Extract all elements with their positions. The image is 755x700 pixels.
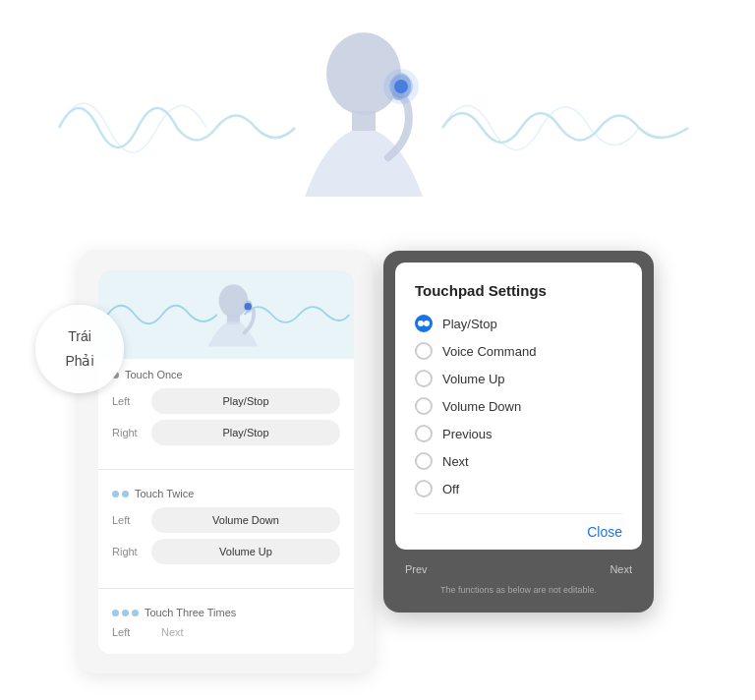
right-label: Phải xyxy=(65,349,93,374)
radio-play-stop[interactable] xyxy=(415,315,433,332)
touch-once-right-btn[interactable]: Play/Stop xyxy=(151,420,340,445)
option-next[interactable]: Next xyxy=(415,452,622,470)
close-button[interactable]: Close xyxy=(587,524,622,540)
option-voice-command[interactable]: Voice Command xyxy=(415,342,622,360)
left-right-circle: Trái Phải xyxy=(35,305,124,393)
touch-twice-left-btn[interactable]: Volume Down xyxy=(151,507,340,533)
touch-twice-left-row: Left Volume Down xyxy=(112,507,340,533)
radio-next[interactable] xyxy=(415,452,433,470)
touch-once-left-btn[interactable]: Play/Stop xyxy=(151,388,340,414)
touch-twice-section: Touch Twice Left Volume Down Right Volum… xyxy=(98,478,354,580)
touch-once-right-row: Right Play/Stop xyxy=(112,420,340,445)
option-play-stop[interactable]: Play/Stop xyxy=(415,315,622,332)
panel-note: The functions as below are not editable. xyxy=(395,581,642,601)
prev-nav-label: Prev xyxy=(405,563,428,575)
touch-thrice-label: Touch Three Times xyxy=(145,607,236,618)
svg-point-6 xyxy=(383,69,419,104)
option-previous[interactable]: Previous xyxy=(415,425,622,442)
label-off: Off xyxy=(442,482,459,496)
touch-once-label: Touch Once xyxy=(125,369,183,380)
panel-bottom-bar: Prev Next xyxy=(395,557,642,581)
right-side-label: Right xyxy=(112,427,151,438)
touch-thrice-section: Touch Three Times Left Next xyxy=(98,597,354,654)
hero-section xyxy=(0,0,755,256)
next-nav-label: Next xyxy=(610,563,632,575)
svg-point-10 xyxy=(245,303,252,310)
label-previous: Previous xyxy=(442,427,493,441)
radio-previous[interactable] xyxy=(415,425,433,442)
label-volume-up: Volume Up xyxy=(442,372,505,386)
touchpad-settings-dialog: Touchpad Settings Play/Stop Voice Comman… xyxy=(395,262,642,550)
touch-once-section: Touch Once Left Play/Stop Right Play/Sto… xyxy=(98,359,354,461)
radio-volume-down[interactable] xyxy=(415,397,433,415)
left-label: Trái xyxy=(68,324,91,349)
touch-twice-right-btn[interactable]: Volume Up xyxy=(151,539,340,564)
label-voice-command: Voice Command xyxy=(442,344,536,359)
twice-right-label: Right xyxy=(112,546,151,557)
touch-twice-label: Touch Twice xyxy=(135,488,194,499)
settings-radio-group: Play/Stop Voice Command Volume Up Volume… xyxy=(415,315,622,497)
thrice-left-value: Next xyxy=(151,626,340,638)
dialog-title: Touchpad Settings xyxy=(415,282,622,299)
touch-thrice-left-row: Left Next xyxy=(112,626,340,638)
option-volume-up[interactable]: Volume Up xyxy=(415,370,622,387)
twice-left-label: Left xyxy=(112,514,151,526)
right-panel-container: Touchpad Settings Play/Stop Voice Comman… xyxy=(383,251,654,612)
radio-volume-up[interactable] xyxy=(415,370,433,387)
dialog-footer: Close xyxy=(415,513,622,540)
radio-voice-command[interactable] xyxy=(415,342,433,360)
label-play-stop: Play/Stop xyxy=(442,317,497,331)
panel-illustration xyxy=(98,270,354,359)
label-volume-down: Volume Down xyxy=(442,399,521,414)
option-volume-down[interactable]: Volume Down xyxy=(415,397,622,415)
svg-point-7 xyxy=(219,284,249,317)
left-touchpad-panel: Touch Once Left Play/Stop Right Play/Sto… xyxy=(79,251,374,673)
label-next: Next xyxy=(442,454,469,469)
left-side-label: Left xyxy=(112,395,151,407)
option-off[interactable]: Off xyxy=(415,480,622,497)
touch-twice-right-row: Right Volume Up xyxy=(112,539,340,564)
touch-once-left-row: Left Play/Stop xyxy=(112,388,340,414)
svg-rect-1 xyxy=(352,111,376,131)
radio-off[interactable] xyxy=(415,480,433,497)
thrice-left-label: Left xyxy=(112,626,151,638)
